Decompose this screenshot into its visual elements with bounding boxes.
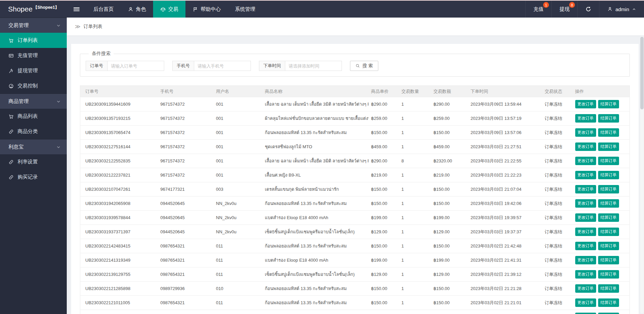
actions-cell: 更改订单结算订单 xyxy=(573,126,630,140)
table-row: UB23030221391297550987654321011เซ็ต5ชิ้น… xyxy=(80,267,630,282)
modify-order-button[interactable]: 更改订单 xyxy=(575,185,596,193)
table-row: UB23030321275161449671574372001ชุดเดรสชี… xyxy=(80,140,630,154)
modify-order-button[interactable]: 更改订单 xyxy=(575,128,596,137)
status-cell: 订单冻结 xyxy=(542,310,573,314)
modify-order-button[interactable]: 更改订单 xyxy=(575,199,596,208)
sidebar-group-trade-management[interactable]: 交易管理 xyxy=(0,18,67,33)
withdraw-link[interactable]: 提现 8 xyxy=(551,1,577,18)
card-icon xyxy=(8,53,14,58)
modify-order-button[interactable]: 更改订单 xyxy=(575,100,596,108)
product-cell: แบตสำรอง Eloop E18 4000 mAh xyxy=(262,253,369,267)
sidebar-item-order-list[interactable]: 订单列表 xyxy=(0,33,67,48)
sidebar-item-product-list[interactable]: 商品列表 xyxy=(0,109,67,124)
sidebar-group-label: 利息宝 xyxy=(8,144,24,150)
modify-order-button[interactable]: 更改订单 xyxy=(575,213,596,222)
refresh-button[interactable] xyxy=(577,1,599,18)
settle-order-button[interactable]: 结算订单 xyxy=(598,313,619,314)
phone-cell: 0987654321 xyxy=(158,253,213,267)
settle-order-button[interactable]: 结算订单 xyxy=(598,199,619,208)
scrollbar-thumb[interactable] xyxy=(640,37,644,109)
cart-icon xyxy=(8,114,14,119)
user-menu[interactable]: admin xyxy=(599,1,644,18)
modify-order-button[interactable]: 更改订单 xyxy=(575,171,596,179)
phone-cell: 0986252105 xyxy=(158,310,213,314)
sidebar-item-recharge-management[interactable]: 充值管理 xyxy=(0,48,67,63)
unit-price-cell: ฿199.00 xyxy=(369,211,399,225)
modify-order-button[interactable]: 更改订单 xyxy=(575,256,596,264)
username-cell: 001 xyxy=(213,140,262,154)
time-cell: 2023年03月02日 21:39:12 xyxy=(468,267,542,282)
modify-order-button[interactable]: 更改订单 xyxy=(575,298,596,307)
sidebar-item-withdraw-management[interactable]: 提现管理 xyxy=(0,63,67,78)
settle-order-button[interactable]: 结算订单 xyxy=(598,242,619,250)
settle-order-button[interactable]: 结算订单 xyxy=(598,185,619,193)
time-cell: 2023年03月02日 21:20:29 xyxy=(468,310,542,314)
sidebar-toggle-button[interactable] xyxy=(67,1,86,18)
modify-order-button[interactable]: 更改订单 xyxy=(575,228,596,236)
product-cell: เสื้อลาย ฉลาม เต็มหน้า เสื้อยืด 3มิติ ลา… xyxy=(262,154,369,168)
settle-order-button[interactable]: 结算订单 xyxy=(598,256,619,264)
modify-order-button[interactable]: 更改订单 xyxy=(575,142,596,151)
time-cell: 2023年03月03日 21:07:04 xyxy=(468,182,542,197)
settle-order-button[interactable]: 结算订单 xyxy=(598,228,619,236)
nav-item-system[interactable]: 系统管理 xyxy=(228,1,262,18)
column-header: 订单号 xyxy=(80,86,158,97)
recharge-link[interactable]: 充值 1 xyxy=(525,1,551,18)
actions-cell: 更改订单结算订单 xyxy=(573,267,630,282)
column-header: 用户名 xyxy=(213,86,262,97)
phone-cell: 9674177321 xyxy=(158,182,213,197)
settle-order-button[interactable]: 结算订单 xyxy=(598,171,619,179)
nav-item-help-center[interactable]: 帮助中心 xyxy=(185,1,228,18)
order-no-cell: UB2303032127516144 xyxy=(80,140,158,154)
product-cell: ก้อนพลอยอเมทิสต์ 13.35 กะรัตสำหรับสะสม xyxy=(262,296,369,310)
settle-order-button[interactable]: 结算订单 xyxy=(598,142,619,151)
modify-order-button[interactable]: 更改订单 xyxy=(575,284,596,293)
qty-cell: 1 xyxy=(399,267,431,282)
order-no-input[interactable] xyxy=(108,61,164,71)
modify-order-button[interactable]: 更改订单 xyxy=(575,270,596,279)
chevron-down-icon xyxy=(56,23,61,28)
status-cell: 订单冻结 xyxy=(542,267,573,282)
username-cell: 011 xyxy=(213,296,262,310)
settle-order-button[interactable]: 结算订单 xyxy=(598,284,619,293)
order-no-cell: UB2303022139129755 xyxy=(80,267,158,282)
product-cell: ก้อนพลอยอเมทิสต์ 13.35 กะรัตสำหรับสะสม xyxy=(262,239,369,253)
vertical-scrollbar[interactable] xyxy=(640,36,644,313)
sidebar-group-interest-treasure[interactable]: 利息宝 xyxy=(0,139,67,154)
phone-input[interactable] xyxy=(194,61,251,71)
nav-item-label: 交易 xyxy=(168,6,178,12)
chevron-up-icon xyxy=(632,7,636,11)
amount-cell: ฿150.00 xyxy=(431,182,468,197)
unit-price-cell: ฿150.00 xyxy=(369,126,399,140)
settle-order-button[interactable]: 结算订单 xyxy=(598,100,619,108)
modify-order-button[interactable]: 更改订单 xyxy=(575,242,596,250)
settle-order-button[interactable]: 结算订单 xyxy=(598,157,619,165)
settle-order-button[interactable]: 结算订单 xyxy=(598,128,619,137)
nav-item-dashboard[interactable]: 后台首页 xyxy=(86,1,121,18)
nav-item-roles[interactable]: 角色 xyxy=(121,1,153,18)
sidebar-item-trade-control[interactable]: 交易控制 xyxy=(0,78,67,94)
amount-cell: ฿219.00 xyxy=(431,168,468,182)
flag-icon xyxy=(193,6,198,12)
settle-order-button[interactable]: 结算订单 xyxy=(598,298,619,307)
sidebar-item-purchase-records[interactable]: 购买记录 xyxy=(0,169,67,185)
modify-order-button[interactable]: 更改订单 xyxy=(575,114,596,123)
settle-order-button[interactable]: 结算订单 xyxy=(598,114,619,123)
settle-order-button[interactable]: 结算订单 xyxy=(598,213,619,222)
nav-item-trade[interactable]: 交易 xyxy=(153,1,185,18)
search-button[interactable]: 搜 索 xyxy=(350,61,378,71)
modify-order-button[interactable]: 更改订单 xyxy=(575,157,596,165)
modify-order-button[interactable]: 更改订单 xyxy=(575,313,596,314)
user-icon xyxy=(128,6,134,12)
sidebar-item-product-category[interactable]: 商品分类 xyxy=(0,124,67,139)
actions-cell: 更改订单结算订单 xyxy=(573,310,630,314)
settle-order-button[interactable]: 结算订单 xyxy=(598,270,619,279)
username-cell: 003 xyxy=(213,182,262,197)
order-time-input[interactable] xyxy=(285,61,342,71)
status-cell: 订单冻结 xyxy=(542,126,573,140)
order-no-cell: UB2303091357193215 xyxy=(80,111,158,126)
sidebar-item-rate-settings[interactable]: 利率设置 xyxy=(0,154,67,169)
order-no-field-label: 订单号 xyxy=(86,61,108,71)
sidebar-group-product-management[interactable]: 商品管理 xyxy=(0,94,67,109)
actions-cell: 更改订单结算订单 xyxy=(573,154,630,168)
